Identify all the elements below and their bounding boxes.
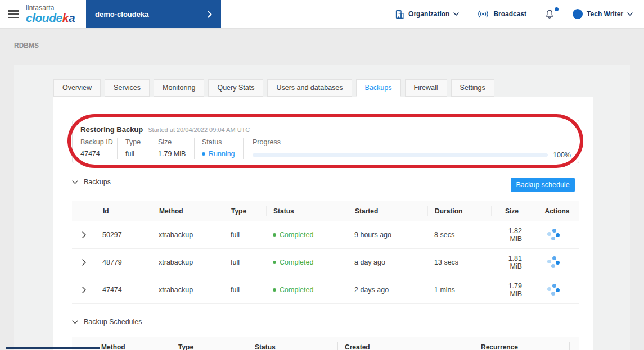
chevron-right-icon bbox=[208, 11, 212, 18]
menu-icon[interactable] bbox=[8, 10, 19, 18]
cell-status: Completed bbox=[266, 231, 348, 239]
cell-method: xtrabackup bbox=[152, 286, 224, 294]
restore-field-status: Status Running bbox=[195, 138, 244, 159]
cell-method: xtrabackup bbox=[152, 231, 224, 239]
row-expand-chevron[interactable] bbox=[72, 287, 96, 293]
breadcrumb: RDBMS bbox=[14, 42, 39, 49]
tab-services[interactable]: Services bbox=[105, 79, 150, 97]
broadcast-icon bbox=[477, 10, 489, 19]
header-expand-col bbox=[72, 206, 96, 216]
cell-size: 1.79 MiB bbox=[491, 282, 528, 298]
row-expand-chevron[interactable] bbox=[72, 259, 96, 266]
backups-table: Id Method Type Status Started Duration S… bbox=[72, 201, 579, 304]
restore-field-progress: Progress 100% bbox=[244, 138, 571, 159]
progress-bar bbox=[253, 153, 548, 157]
tab-content: Restoring Backup Started at 20/04/2022 0… bbox=[53, 97, 593, 350]
status-dot-completed bbox=[273, 261, 276, 264]
header-duration: Duration bbox=[427, 206, 491, 216]
backup-schedules-table-header: Method Type Status Created Recurrence bbox=[72, 337, 579, 350]
project-selector-button[interactable]: demo-cloudeka bbox=[86, 0, 221, 28]
organization-label: Organization bbox=[408, 10, 449, 18]
header-size: Size bbox=[491, 206, 528, 216]
header-status: Status bbox=[266, 206, 348, 216]
backup-schedules-section-title: Backup Schedules bbox=[84, 318, 142, 326]
tab-query-stats[interactable]: Query Stats bbox=[208, 79, 263, 97]
cell-id: 47474 bbox=[96, 286, 152, 294]
broadcast-label: Broadcast bbox=[493, 10, 526, 18]
tab-monitoring[interactable]: Monitoring bbox=[154, 79, 204, 97]
tab-overview[interactable]: Overview bbox=[53, 79, 101, 97]
organization-menu[interactable]: Organization bbox=[395, 10, 459, 19]
cell-started: 2 days ago bbox=[348, 286, 427, 294]
header-type: Type bbox=[224, 206, 266, 216]
status-dot-running bbox=[202, 152, 205, 156]
cell-status: Completed bbox=[266, 286, 348, 294]
top-navbar: lintasarta cloudeka demo-cloudeka Organi… bbox=[0, 0, 644, 28]
restoring-backup-title: Restoring Backup bbox=[80, 125, 143, 134]
cell-duration: 8 secs bbox=[427, 231, 491, 239]
backups-section-toggle[interactable]: Backups bbox=[72, 178, 111, 186]
status-dot-completed bbox=[273, 233, 276, 237]
header-status: Status bbox=[255, 342, 337, 350]
header-started: Started bbox=[348, 206, 427, 216]
table-row: 47474 xtrabackup full Completed 2 days a… bbox=[72, 276, 579, 304]
restore-field-size: Size 1.79 MiB bbox=[148, 138, 195, 159]
avatar bbox=[573, 9, 583, 19]
backup-schedules-table: Method Type Status Created Recurrence bbox=[72, 337, 579, 350]
row-expand-chevron[interactable] bbox=[72, 231, 96, 238]
header-method: Method bbox=[101, 342, 178, 350]
user-name: Tech Writer bbox=[587, 10, 623, 18]
header-actions: Actions bbox=[528, 206, 579, 216]
broadcast-menu[interactable]: Broadcast bbox=[477, 10, 526, 19]
notifications-button[interactable] bbox=[544, 9, 555, 20]
cell-started: 9 hours ago bbox=[348, 231, 427, 239]
section-divider bbox=[72, 313, 579, 313]
app-window: lintasarta cloudeka demo-cloudeka Organi… bbox=[0, 0, 644, 350]
header-recurrence: Recurrence bbox=[481, 342, 569, 350]
organization-icon bbox=[395, 10, 404, 19]
row-actions-icon[interactable] bbox=[547, 284, 560, 296]
restore-size-value: 1.79 MiB bbox=[158, 150, 194, 158]
horizontal-scrollbar[interactable] bbox=[6, 347, 100, 349]
tab-users-and-databases[interactable]: Users and databases bbox=[267, 79, 352, 97]
cell-id: 50297 bbox=[96, 231, 152, 239]
header-created: Created bbox=[337, 342, 481, 350]
backup-schedules-section-toggle[interactable]: Backup Schedules bbox=[72, 318, 142, 326]
chevron-down-icon bbox=[72, 320, 78, 324]
bell-icon bbox=[544, 9, 555, 20]
backups-section-title: Backups bbox=[84, 178, 111, 186]
restore-field-type: Type full bbox=[118, 138, 148, 159]
header-actions: Organization Broadcast Tech Writer bbox=[395, 9, 633, 20]
table-row: 50297 xtrabackup full Completed 9 hours … bbox=[72, 221, 579, 249]
cell-started: a day ago bbox=[348, 258, 427, 266]
tab-backups[interactable]: Backups bbox=[356, 79, 401, 97]
backup-schedule-button[interactable]: Backup schedule bbox=[511, 178, 575, 192]
notification-dot bbox=[555, 7, 559, 11]
cell-actions bbox=[528, 229, 579, 241]
row-actions-icon[interactable] bbox=[547, 229, 560, 241]
cell-id: 48779 bbox=[96, 258, 152, 266]
tab-bar: Overview Services Monitoring Query Stats… bbox=[53, 79, 494, 97]
header-id: Id bbox=[96, 206, 152, 216]
chevron-down-icon bbox=[453, 12, 459, 16]
chevron-down-icon bbox=[627, 12, 633, 16]
header-method: Method bbox=[152, 206, 224, 216]
restore-backup-id-value: 47474 bbox=[80, 150, 117, 158]
cell-type: full bbox=[224, 286, 266, 294]
header-spacer bbox=[569, 342, 579, 350]
status-dot-completed bbox=[273, 288, 276, 292]
restoring-backup-panel: Restoring Backup Started at 20/04/2022 0… bbox=[72, 120, 579, 163]
restoring-backup-started-at: Started at 20/04/2022 09:04 AM UTC bbox=[148, 126, 250, 133]
tab-firewall[interactable]: Firewall bbox=[405, 79, 447, 97]
user-menu[interactable]: Tech Writer bbox=[573, 9, 633, 19]
table-row: 48779 xtrabackup full Completed a day ag… bbox=[72, 249, 579, 276]
cell-method: xtrabackup bbox=[152, 258, 224, 266]
restore-status-value: Running bbox=[209, 150, 235, 158]
backups-table-header: Id Method Type Status Started Duration S… bbox=[72, 201, 579, 221]
cell-actions bbox=[528, 284, 579, 296]
tab-settings[interactable]: Settings bbox=[451, 79, 494, 97]
brand-logo[interactable]: lintasarta cloudeka bbox=[26, 4, 75, 24]
row-actions-icon[interactable] bbox=[547, 256, 560, 269]
logo-company-text: lintasarta bbox=[26, 4, 75, 11]
cell-duration: 13 secs bbox=[427, 258, 491, 266]
